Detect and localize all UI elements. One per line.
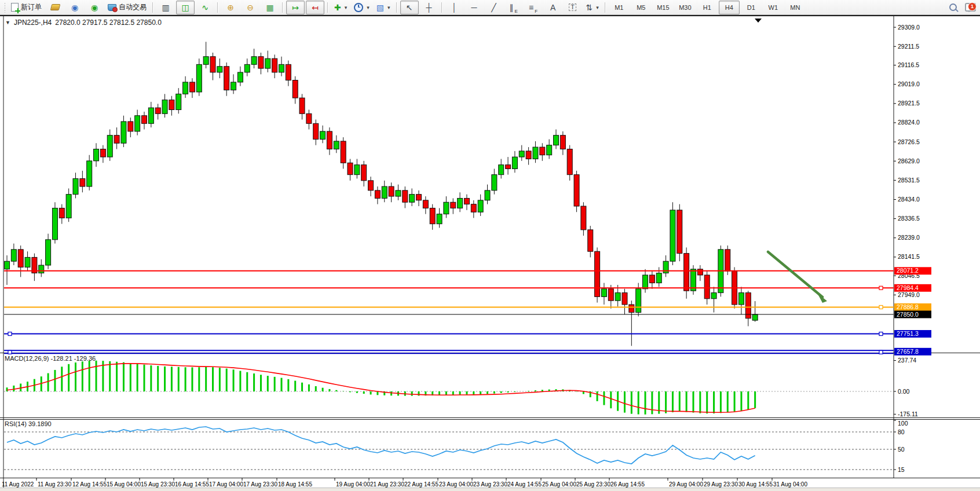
- templates-button[interactable]: ▧ ▾: [374, 1, 393, 14]
- timeframe-H1[interactable]: H1: [697, 1, 718, 14]
- timeframe-M30[interactable]: M30: [675, 1, 696, 14]
- text-button[interactable]: A: [544, 1, 562, 14]
- rsi-line: [7, 427, 755, 464]
- timeframe-M1[interactable]: M1: [609, 1, 630, 14]
- horizontal-line-27657.8[interactable]: [4, 350, 894, 354]
- horizontal-line-27886.8[interactable]: [4, 305, 894, 309]
- svg-text:29309.0: 29309.0: [898, 24, 920, 31]
- community-button[interactable]: ◉: [65, 1, 84, 14]
- svg-text:15 Aug 23:30: 15 Aug 23:30: [141, 481, 175, 488]
- line-handle[interactable]: [8, 350, 12, 354]
- svg-text:24 Aug 14:55: 24 Aug 14:55: [507, 481, 542, 488]
- timeframe-D1[interactable]: D1: [741, 1, 762, 14]
- svg-text:28141.5: 28141.5: [898, 253, 920, 260]
- vertical-line-button[interactable]: │: [445, 1, 464, 14]
- tile-windows-button[interactable]: ▦: [261, 1, 279, 14]
- chart-ohlc-values: 27820.0 27917.5 27812.5 27850.0: [55, 19, 162, 27]
- zoom-out-button[interactable]: ⊖: [241, 1, 259, 14]
- bar-chart-button[interactable]: ▥: [156, 1, 175, 14]
- chart-title-dropdown-icon[interactable]: ▼: [5, 20, 10, 25]
- macd-indicator-label: MACD(12,26,9) -128.21 -129.36: [5, 355, 96, 362]
- svg-text:26 Aug 14:55: 26 Aug 14:55: [610, 481, 645, 488]
- line-handle[interactable]: [879, 305, 883, 309]
- svg-text:27751.3: 27751.3: [897, 330, 919, 337]
- timeframe-M15[interactable]: M15: [653, 1, 674, 14]
- svg-text:21 Aug 23:30: 21 Aug 23:30: [370, 481, 404, 488]
- svg-text:27886.8: 27886.8: [897, 303, 919, 310]
- svg-text:80: 80: [898, 428, 905, 435]
- svg-text:27657.8: 27657.8: [897, 348, 919, 355]
- trend-arrow-annotation[interactable]: [768, 252, 827, 303]
- timeframe-H4[interactable]: H4: [719, 1, 740, 14]
- price-tag-28071.2: 28071.2: [894, 267, 931, 274]
- cursor-button[interactable]: ↖: [400, 1, 419, 14]
- indicators-button[interactable]: ✚ ▾: [331, 1, 350, 14]
- crosshair-button[interactable]: ┼: [420, 1, 438, 14]
- svg-text:25 Aug 04:00: 25 Aug 04:00: [542, 481, 576, 488]
- periods-button[interactable]: ▾: [351, 1, 372, 14]
- rsi-axis-labels[interactable]: 100805015: [894, 420, 908, 473]
- svg-text:25 Aug 23:30: 25 Aug 23:30: [576, 481, 610, 488]
- chart-shift-icon: ↤: [312, 3, 319, 12]
- bar-chart-icon: ▥: [162, 3, 169, 12]
- new-order-button[interactable]: 新订单: [8, 1, 45, 14]
- svg-text:23 Aug 04:00: 23 Aug 04:00: [439, 481, 473, 488]
- line-chart-button[interactable]: ∿: [196, 1, 214, 14]
- svg-text:22 Aug 14:55: 22 Aug 14:55: [404, 481, 438, 488]
- line-handle[interactable]: [8, 332, 12, 336]
- new-order-icon: [11, 3, 19, 12]
- arrows-button[interactable]: ⇅ ▾: [583, 1, 602, 14]
- horizontal-line-27751.3[interactable]: [4, 332, 894, 336]
- toolbar-grip: [4, 2, 6, 13]
- timeframe-MN[interactable]: MN: [785, 1, 806, 14]
- autotrading-button[interactable]: 自动交易: [105, 1, 149, 14]
- price-axis-labels[interactable]: 29309.029211.529116.529019.028921.528824…: [894, 24, 920, 298]
- dropdown-arrow-icon: ▾: [345, 5, 348, 10]
- community-icon: ◉: [71, 3, 78, 12]
- svg-text:27949.0: 27949.0: [898, 291, 920, 298]
- svg-text:29211.5: 29211.5: [898, 43, 919, 50]
- svg-text:27984.4: 27984.4: [897, 284, 919, 291]
- zoom-in-button[interactable]: ⊕: [221, 1, 240, 14]
- indicators-icon: ✚: [334, 3, 341, 12]
- svg-text:15: 15: [898, 466, 905, 473]
- trendline-button[interactable]: ╱: [485, 1, 503, 14]
- text-label-button[interactable]: T: [564, 1, 582, 14]
- svg-text:12 Aug 14:55: 12 Aug 14:55: [72, 481, 107, 488]
- timeframe-W1[interactable]: W1: [763, 1, 784, 14]
- horizontal-line-27984.4[interactable]: [4, 286, 894, 290]
- signals-button[interactable]: ◉: [85, 1, 104, 14]
- clock-icon: [354, 3, 363, 12]
- cursor-icon: ↖: [406, 3, 413, 12]
- channel-button[interactable]: ∥ E: [504, 1, 523, 14]
- search-button[interactable]: [944, 1, 962, 14]
- line-handle[interactable]: [879, 286, 883, 290]
- candlestick-chart-icon: ◫: [181, 3, 189, 12]
- horizontal-line-button[interactable]: ─: [465, 1, 484, 14]
- line-handle[interactable]: [879, 350, 883, 354]
- candlestick-chart-button[interactable]: ◫: [176, 1, 195, 14]
- timeframe-toolbar: M1M5M15M30H1H4D1W1MN: [608, 1, 806, 14]
- svg-text:11 Aug 23:30: 11 Aug 23:30: [38, 481, 72, 488]
- line-chart-icon: ∿: [202, 3, 209, 12]
- macd-axis-labels[interactable]: 237.740.00-175.11: [894, 357, 918, 417]
- svg-text:30 Aug 14:55: 30 Aug 14:55: [738, 481, 773, 488]
- chart-shift-button[interactable]: ↤: [306, 1, 324, 14]
- signals-icon: ◉: [91, 3, 98, 12]
- time-axis-labels[interactable]: 11 Aug 202211 Aug 23:3012 Aug 14:5515 Au…: [2, 478, 807, 488]
- market-depth-button[interactable]: [46, 1, 64, 14]
- fibonacci-button[interactable]: ≡ F: [524, 1, 543, 14]
- line-handle[interactable]: [879, 332, 883, 336]
- timeframe-M5[interactable]: M5: [631, 1, 652, 14]
- tile-windows-icon: ▦: [266, 3, 273, 12]
- auto-scroll-button[interactable]: ↦: [286, 1, 305, 14]
- chart-window[interactable]: ▼ JPN225-,H4 27820.0 27917.5 27812.5 278…: [0, 15, 980, 491]
- autotrading-label: 自动交易: [119, 2, 147, 12]
- svg-text:28824.0: 28824.0: [898, 119, 920, 126]
- svg-text:28726.5: 28726.5: [898, 138, 920, 145]
- svg-text:19 Aug 04:00: 19 Aug 04:00: [336, 481, 370, 488]
- zoom-in-icon: ⊕: [227, 3, 234, 12]
- chart-canvas[interactable]: 29309.029211.529116.529019.028921.528824…: [0, 16, 980, 491]
- main-toolbar: 新订单 ◉ ◉ 自动交易 ▥ ◫ ∿ ⊕ ⊖ ▦ ↦ ↤ ✚ ▾: [0, 0, 980, 15]
- notifications-button[interactable]: 1: [963, 1, 978, 14]
